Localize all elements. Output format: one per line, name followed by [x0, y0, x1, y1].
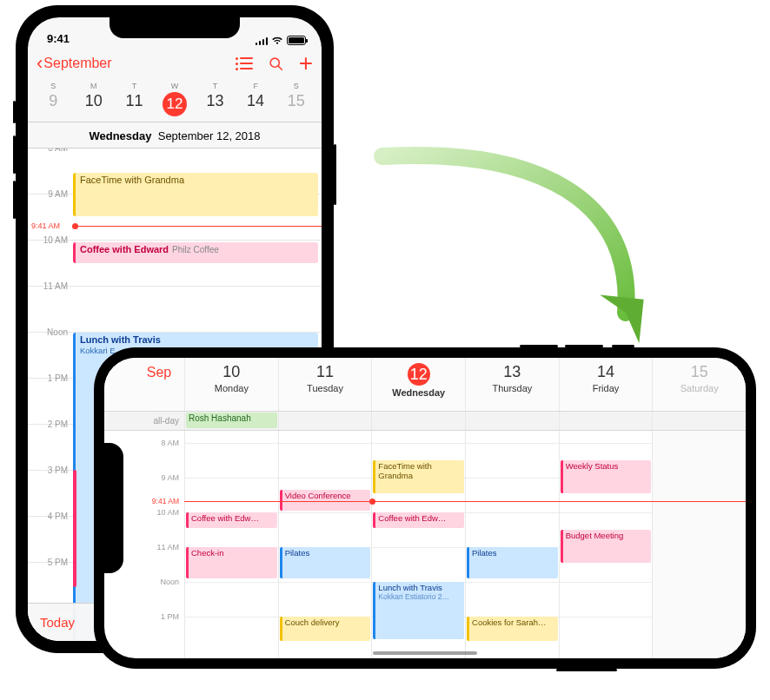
back-label: September [43, 56, 111, 71]
nav-bar: ‹ September + [28, 47, 322, 80]
add-event-button[interactable]: + [299, 57, 313, 69]
event-thu-cookies[interactable]: Cookies for Sarah… [467, 617, 558, 641]
event-pink-marker[interactable] [73, 470, 76, 587]
cellular-icon [256, 36, 269, 45]
day-col-wed-today[interactable]: 12Wednesday [371, 358, 465, 411]
day-tue[interactable]: T11 [114, 82, 155, 116]
now-line-landscape [184, 501, 746, 502]
day-thu[interactable]: T13 [195, 82, 236, 116]
day-col-mon[interactable]: 10Monday [184, 358, 278, 411]
today-button[interactable]: Today [40, 615, 75, 630]
event-fri-weekly[interactable]: Weekly Status [561, 460, 652, 493]
event-wed-facetime[interactable]: FaceTime with Grandma [373, 460, 464, 493]
home-indicator-landscape[interactable] [373, 651, 477, 655]
col-fri[interactable]: Weekly Status Budget Meeting [559, 431, 653, 658]
day-col-sat[interactable]: 15Saturday [652, 358, 746, 411]
now-line [73, 226, 322, 227]
day-fri[interactable]: F14 [236, 82, 276, 116]
day-mon[interactable]: M10 [74, 82, 115, 116]
status-time: 9:41 [47, 32, 70, 45]
svg-line-1 [278, 66, 282, 69]
event-tue-couch[interactable]: Couch delivery [280, 617, 371, 641]
rotation-arrow-icon [365, 139, 660, 365]
now-dot-landscape-icon [369, 499, 375, 505]
event-coffee[interactable]: Coffee with EdwardPhilz Coffee [73, 242, 318, 263]
week-header: S9 M10 T11 W12 T13 F14 S15 [28, 80, 322, 122]
event-thu-pilates[interactable]: Pilates [467, 547, 558, 578]
col-wed[interactable]: FaceTime with Grandma Coffee with Edw… L… [371, 431, 465, 658]
battery-icon [287, 36, 306, 45]
event-fri-budget[interactable]: Budget Meeting [561, 530, 652, 563]
now-label-landscape: 9:41 AM [150, 497, 181, 505]
month-label[interactable]: Sep [134, 358, 184, 411]
wifi-icon [271, 36, 283, 45]
now-label: 9:41 AM [28, 221, 60, 230]
allday-row: all-day Rosh Hashanah [104, 412, 746, 431]
now-dot-icon [72, 223, 78, 229]
day-col-tue[interactable]: 11Tuesday [278, 358, 372, 411]
event-wed-coffee[interactable]: Coffee with Edw… [373, 512, 464, 528]
chevron-left-icon: ‹ [37, 54, 43, 73]
col-mon[interactable]: Coffee with Edw… Check-in [184, 431, 278, 658]
selected-date-line: Wednesday September 12, 2018 [28, 122, 322, 149]
day-col-fri[interactable]: 14Friday [559, 358, 653, 411]
col-tue[interactable]: Video Conference Pilates Couch delivery [278, 431, 372, 658]
event-facetime[interactable]: FaceTime with Grandma [73, 173, 318, 216]
list-view-button[interactable] [236, 57, 253, 69]
search-button[interactable] [269, 56, 283, 71]
allday-label: all-day [134, 412, 184, 430]
week-header-landscape: Sep 10Monday 11Tuesday 12Wednesday 13Thu… [104, 358, 746, 412]
time-gutter: 8 AM 9 AM 10 AM 11 AM Noon 1 PM 9:41 AM [134, 431, 184, 658]
col-sat[interactable] [652, 431, 746, 658]
day-sat[interactable]: S15 [275, 82, 316, 116]
day-col-thu[interactable]: 13Thursday [465, 358, 559, 411]
back-button[interactable]: ‹ September [37, 54, 112, 73]
event-wed-lunch[interactable]: Lunch with Travis Kokkari Estiatorio 2… [373, 582, 464, 639]
week-grid[interactable]: 8 AM 9 AM 10 AM 11 AM Noon 1 PM 9:41 AM [104, 431, 746, 658]
event-tue-video[interactable]: Video Conference [280, 490, 371, 511]
day-sun[interactable]: S9 [33, 82, 74, 116]
event-mon-checkin[interactable]: Check-in [186, 547, 277, 578]
event-rosh-hashanah[interactable]: Rosh Hashanah [186, 413, 277, 428]
day-wed-today[interactable]: W12 [155, 82, 196, 116]
iphone-landscape: Sep 10Monday 11Tuesday 12Wednesday 13Thu… [94, 347, 756, 669]
col-thu[interactable]: Pilates Cookies for Sarah… [465, 431, 559, 658]
event-mon-coffee[interactable]: Coffee with Edw… [186, 512, 277, 528]
event-tue-pilates[interactable]: Pilates [280, 547, 371, 578]
